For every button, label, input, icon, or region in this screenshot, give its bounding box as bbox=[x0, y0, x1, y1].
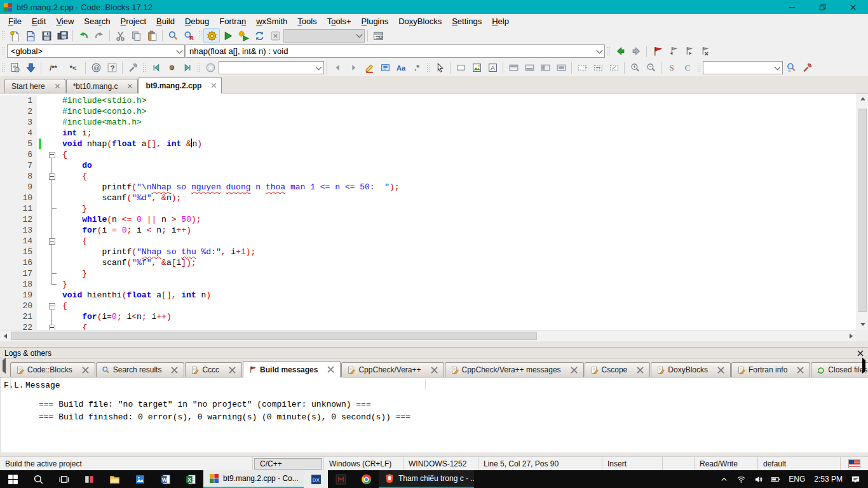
code-line-8[interactable]: 8 { bbox=[0, 171, 857, 182]
menu-fortran[interactable]: Fortran bbox=[214, 15, 251, 27]
fold-toggle-icon[interactable] bbox=[49, 303, 55, 309]
content-view-icon[interactable]: C bbox=[680, 61, 695, 75]
doxyblocks-run-chm-icon[interactable]: ? bbox=[104, 61, 119, 75]
wxsmith-panel-icon[interactable] bbox=[453, 61, 468, 75]
toolbar-grip[interactable] bbox=[607, 46, 611, 57]
doxyblocks-block-comment-icon[interactable]: /** bbox=[44, 61, 63, 75]
code-line-15[interactable]: 15 printf("Nhap so thu %d:", i+1); bbox=[0, 247, 857, 257]
editor-tab-start-here[interactable]: Start here bbox=[4, 79, 65, 93]
action-center-icon[interactable] bbox=[847, 475, 864, 484]
zoom-in-icon[interactable] bbox=[627, 61, 642, 75]
logs-tab-search-results[interactable]: Search results bbox=[96, 362, 185, 377]
doxyblocks-input-icon[interactable] bbox=[23, 61, 38, 75]
toolbar-grip[interactable] bbox=[198, 30, 202, 41]
toolbar-grip[interactable] bbox=[142, 63, 146, 73]
menu-wxsmith[interactable]: wxSmith bbox=[251, 15, 292, 27]
fold-toggle-icon[interactable] bbox=[49, 325, 55, 330]
volume-icon[interactable] bbox=[750, 475, 767, 484]
menu-file[interactable]: File bbox=[3, 15, 27, 27]
search-next-icon[interactable] bbox=[346, 61, 361, 75]
find-button[interactable] bbox=[165, 29, 180, 43]
code-line-3[interactable]: 3#include<math.h> bbox=[0, 117, 857, 128]
logs-tabs-scroll-left-icon[interactable] bbox=[3, 360, 6, 372]
editor-tab-bt9-mang-2-cpp[interactable]: bt9.mang.2.cpp bbox=[139, 77, 222, 93]
run-button[interactable] bbox=[220, 29, 235, 43]
word-icon[interactable]: W bbox=[153, 470, 178, 488]
menu-plugins[interactable]: Plugins bbox=[356, 15, 394, 27]
horizontal-scroll-thumb[interactable] bbox=[11, 332, 537, 340]
wxsmith-proportion-icon[interactable] bbox=[606, 61, 621, 75]
toolbar-grip[interactable] bbox=[1, 46, 5, 57]
wxsmith-text-image-icon[interactable]: A bbox=[485, 61, 500, 75]
code-line-13[interactable]: 13 for(i = 0; i < n; i++) bbox=[0, 225, 857, 236]
fold-toggle-icon[interactable] bbox=[49, 152, 55, 158]
previous-bookmark-button[interactable] bbox=[665, 44, 681, 58]
vertical-scroll-thumb[interactable] bbox=[858, 109, 867, 312]
browse-back-marker-icon[interactable] bbox=[148, 61, 163, 75]
menu-project[interactable]: Project bbox=[116, 15, 151, 27]
toggle-bookmark-button[interactable] bbox=[649, 44, 665, 58]
next-bookmark-button[interactable] bbox=[681, 44, 696, 58]
app-icon-dark[interactable] bbox=[328, 470, 353, 488]
close-tab-icon[interactable] bbox=[430, 366, 438, 374]
match-case-icon[interactable]: Aa bbox=[393, 61, 409, 75]
start-button[interactable] bbox=[0, 470, 25, 488]
toolbar-grip[interactable] bbox=[1, 63, 5, 73]
toolsplus-combobox[interactable] bbox=[703, 61, 783, 74]
logs-tab-doxyblocks[interactable]: DoxyBlocks bbox=[651, 362, 731, 377]
code-area[interactable]: 1#include<stdio.h>2#include<conio.h>3#in… bbox=[0, 93, 857, 330]
app-icon-blue[interactable]: DX bbox=[304, 470, 328, 488]
code-line-17[interactable]: 17 } bbox=[0, 268, 857, 279]
menu-debug[interactable]: Debug bbox=[180, 15, 214, 27]
jump-forward-button[interactable] bbox=[628, 44, 644, 58]
paste-button[interactable] bbox=[144, 29, 159, 43]
battery-icon[interactable] bbox=[767, 475, 784, 484]
photos-icon[interactable] bbox=[127, 470, 153, 488]
scroll-right-icon[interactable] bbox=[846, 330, 857, 341]
scroll-left-icon[interactable] bbox=[0, 330, 11, 341]
code-line-5[interactable]: 5void nhap(float a[], int &n) bbox=[0, 139, 857, 149]
wxsmith-sizer-top-icon[interactable] bbox=[506, 61, 521, 75]
wxsmith-sizer-fill-icon[interactable] bbox=[553, 61, 569, 75]
undo-button[interactable] bbox=[76, 29, 91, 43]
selected-text-only-icon[interactable] bbox=[377, 61, 393, 75]
abort-build-button[interactable] bbox=[268, 29, 283, 43]
menu-build[interactable]: Build bbox=[151, 15, 180, 27]
jump-back-button[interactable] bbox=[613, 44, 628, 58]
wxsmith-border-icon[interactable] bbox=[574, 61, 590, 75]
doxyblocks-settings-icon[interactable] bbox=[125, 61, 140, 75]
menu-doxyblocks[interactable]: DoxyBlocks bbox=[393, 15, 447, 27]
wxsmith-pointer-icon[interactable] bbox=[432, 61, 447, 75]
incremental-search-combobox[interactable] bbox=[219, 61, 324, 74]
toolbar-grip[interactable] bbox=[197, 63, 201, 73]
search-previous-icon[interactable] bbox=[330, 61, 345, 75]
editor-tab-bt10-mang-c[interactable]: *bt10.mang.c bbox=[66, 79, 139, 93]
save-all-button[interactable] bbox=[55, 29, 70, 43]
close-logs-panel-icon[interactable] bbox=[857, 350, 864, 356]
toolbar-grip[interactable] bbox=[697, 63, 701, 73]
code-line-1[interactable]: 1#include<stdio.h> bbox=[0, 95, 857, 106]
tray-expand-icon[interactable] bbox=[715, 475, 733, 484]
copy-button[interactable] bbox=[128, 29, 144, 43]
logs-tab-cccc[interactable]: Cccc bbox=[185, 362, 242, 377]
toolsplus-search-icon[interactable] bbox=[783, 61, 799, 75]
code-line-22[interactable]: 22 { bbox=[0, 322, 857, 330]
logs-tabs-scroll-right-icon[interactable] bbox=[862, 360, 865, 372]
wxsmith-image-icon[interactable] bbox=[469, 61, 484, 75]
menu-tools[interactable]: Tools bbox=[292, 15, 322, 27]
toolsplus-settings-icon[interactable] bbox=[799, 61, 815, 75]
logs-tab-build-messages[interactable]: Build messages bbox=[243, 361, 341, 377]
logs-tab-closed-files-list[interactable]: Closed files list bbox=[811, 362, 868, 377]
build-target-combobox[interactable] bbox=[283, 29, 365, 43]
toolbar-grip[interactable] bbox=[426, 63, 430, 73]
new-file-button[interactable] bbox=[7, 29, 22, 43]
chrome-icon[interactable] bbox=[353, 470, 379, 488]
close-tab-icon[interactable] bbox=[170, 366, 179, 374]
close-tab-icon[interactable] bbox=[717, 366, 725, 374]
rebuild-button[interactable] bbox=[252, 29, 267, 43]
tray-clock[interactable]: 2:53 PM bbox=[810, 475, 847, 484]
code-line-18[interactable]: 18} bbox=[0, 279, 857, 290]
code-line-19[interactable]: 19void hienthi(float a[], int n) bbox=[0, 290, 857, 301]
open-file-button[interactable] bbox=[23, 29, 38, 43]
close-tab-icon[interactable] bbox=[211, 83, 217, 88]
